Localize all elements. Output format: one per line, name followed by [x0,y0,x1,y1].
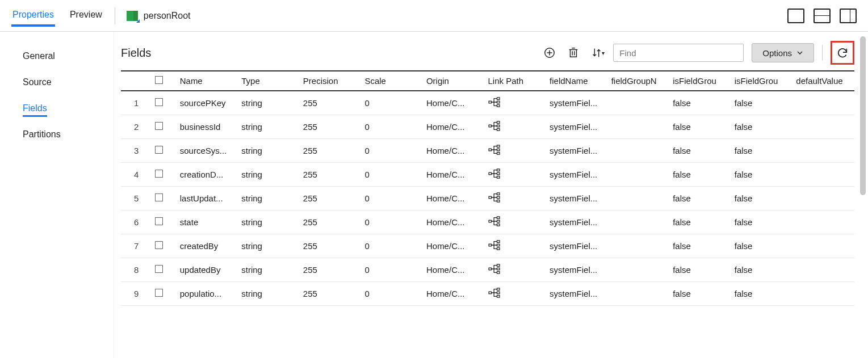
svg-rect-9 [489,125,492,127]
cell-scale: 0 [361,187,423,210]
cell-fieldgroup [608,234,670,258]
row-checkbox[interactable] [155,98,163,106]
cell-fieldgroup [608,187,670,210]
cell-type: string [238,282,300,306]
select-all-checkbox[interactable] [155,76,163,84]
cell-fieldgroup [608,163,670,187]
svg-rect-39 [497,292,500,294]
sort-icon[interactable]: ▾ [589,45,605,61]
top-bar: Properties Preview personRoot [0,0,868,32]
cell-precision: 255 [300,139,362,163]
cell-default [792,115,854,139]
cell-scale: 0 [361,163,423,187]
svg-rect-35 [497,268,500,270]
svg-rect-34 [497,264,500,267]
row-checkbox[interactable] [155,193,163,201]
options-button[interactable]: Options [752,43,814,62]
cell-isfg1: false [669,282,731,306]
cell-fieldname: systemFiel... [546,210,608,234]
table-row[interactable]: 7createdBystring2550Home/C...systemFiel.… [121,234,854,258]
cell-fieldname: systemFiel... [546,258,608,282]
find-input[interactable] [613,44,744,62]
svg-rect-24 [497,200,500,203]
svg-rect-38 [497,288,500,290]
svg-rect-28 [497,224,500,226]
col-linkpath[interactable]: Link Path [485,71,547,91]
linkpath-icon[interactable] [485,139,547,163]
linkpath-icon[interactable] [485,115,547,139]
col-precision[interactable]: Precision [300,71,362,91]
entity-icon [127,11,138,21]
row-checkbox[interactable] [155,289,163,297]
table-row[interactable]: 9populatio...string2550Home/C...systemFi… [121,282,854,306]
layout-single-icon[interactable] [787,9,804,23]
col-defaultvalue[interactable]: defaultValue [792,71,854,91]
linkpath-icon[interactable] [485,163,547,187]
row-checkbox[interactable] [155,241,163,249]
col-origin[interactable]: Origin [423,71,485,91]
delete-icon[interactable] [565,45,581,61]
table-row[interactable]: 2businessIdstring2550Home/C...systemFiel… [121,115,854,139]
cell-origin: Home/C... [423,139,485,163]
scrollbar[interactable] [860,36,866,195]
row-index: 2 [121,115,152,139]
cell-fieldgroup [608,282,670,306]
tab-preview[interactable]: Preview [69,5,103,27]
linkpath-icon[interactable] [485,258,547,282]
row-checkbox[interactable] [155,146,163,154]
main-panel: Fields ▾ Options [114,32,868,358]
cell-fieldname: systemFiel... [546,115,608,139]
cell-isfg1: false [669,163,731,187]
svg-rect-13 [489,149,492,151]
col-type[interactable]: Type [238,71,300,91]
row-index: 9 [121,282,152,306]
cell-origin: Home/C... [423,187,485,210]
cell-isfg2: false [731,282,793,306]
table-row[interactable]: 6statestring2550Home/C...systemFiel...fa… [121,210,854,234]
cell-isfg1: false [669,210,731,234]
col-fieldname[interactable]: fieldName [546,71,608,91]
cell-isfg1: false [669,91,731,115]
table-row[interactable]: 8updatedBystring2550Home/C...systemFiel.… [121,258,854,282]
layout-vsplit-icon[interactable] [840,9,857,23]
row-index: 5 [121,187,152,210]
cell-origin: Home/C... [423,163,485,187]
svg-rect-40 [497,296,500,298]
layout-hsplit-icon[interactable] [814,9,831,23]
linkpath-icon[interactable] [485,234,547,258]
add-icon[interactable] [542,45,557,61]
linkpath-icon[interactable] [485,91,547,115]
refresh-icon[interactable] [835,45,850,61]
table-row[interactable]: 3sourceSys...string2550Home/C...systemFi… [121,139,854,163]
sidebar-item-partitions[interactable]: Partitions [23,121,114,148]
col-scale[interactable]: Scale [361,71,423,91]
col-fieldgroup[interactable]: fieldGroupN [608,71,670,91]
svg-rect-22 [497,193,500,195]
row-checkbox[interactable] [155,265,163,273]
cell-precision: 255 [300,91,362,115]
svg-rect-31 [497,244,500,246]
tab-properties[interactable]: Properties [11,5,55,27]
cell-name: sourcePKey [177,91,238,115]
row-checkbox[interactable] [155,217,163,225]
table-row[interactable]: 4creationD...string2550Home/C...systemFi… [121,163,854,187]
col-isfieldgroup2[interactable]: isFieldGrou [731,71,793,91]
table-row[interactable]: 1sourcePKeystring2550Home/C...systemFiel… [121,91,854,115]
col-name[interactable]: Name [177,71,238,91]
linkpath-icon[interactable] [485,282,547,306]
linkpath-icon[interactable] [485,187,547,210]
col-isfieldgroup1[interactable]: isFieldGrou [669,71,731,91]
svg-rect-11 [497,125,500,127]
divider [115,7,115,24]
linkpath-icon[interactable] [485,210,547,234]
table-row[interactable]: 5lastUpdat...string2550Home/C...systemFi… [121,187,854,210]
svg-rect-21 [489,196,492,199]
sidebar-item-general[interactable]: General [23,43,114,69]
fields-table: Name Type Precision Scale Origin Link Pa… [121,70,854,306]
row-checkbox[interactable] [155,122,163,130]
sidebar-item-source[interactable]: Source [23,69,114,95]
sidebar-item-fields[interactable]: Fields [23,95,114,121]
cell-precision: 255 [300,187,362,210]
row-checkbox[interactable] [155,170,163,178]
svg-rect-32 [497,248,500,250]
